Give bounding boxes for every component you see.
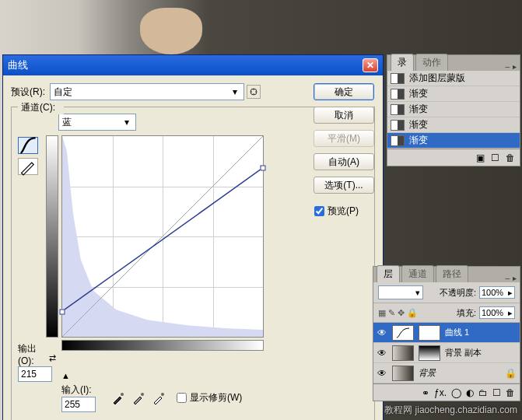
lock-pixels-icon[interactable]: ✎: [388, 308, 395, 318]
history-item[interactable]: 渐变: [387, 117, 520, 133]
layers-footer: ⚭ ƒx. ◯ ◐ 🗀 ☐ 🗑: [373, 383, 520, 401]
history-item-label: 渐变: [409, 118, 428, 131]
adjustment-layer-icon[interactable]: ◐: [466, 387, 474, 398]
tab-actions[interactable]: 动作: [415, 54, 448, 71]
lock-icon: 🔒: [505, 368, 517, 379]
opacity-field[interactable]: 100%▸: [479, 286, 515, 299]
svg-line-2: [62, 168, 263, 312]
history-panel: 录 动作 – ▸ 添加图层蒙版 渐变 渐变 渐变 渐变 ▣ ☐ 🗑: [387, 54, 520, 166]
layer-thumb: [392, 345, 414, 361]
visibility-eye-icon[interactable]: 👁: [377, 348, 387, 359]
preset-select[interactable]: 自定 ▾: [50, 83, 244, 100]
gray-point-dropper-icon[interactable]: [131, 391, 145, 405]
output-gradient: [46, 135, 58, 338]
input-gradient: [61, 340, 264, 351]
history-thumb-icon: [391, 73, 405, 84]
tab-paths[interactable]: 路径: [436, 265, 468, 282]
history-item-label: 渐变: [409, 134, 428, 147]
dialog-title-text: 曲线: [8, 58, 28, 72]
curves-dialog: 曲线 ✕ 确定 取消 平滑(M) 自动(A) 选项(T)... 预览(P) 预设…: [2, 54, 384, 420]
curve-point-highlight[interactable]: [261, 165, 266, 170]
tab-layers[interactable]: 层: [377, 265, 400, 282]
history-thumb-icon: [391, 104, 405, 115]
preset-label: 预设(R):: [11, 86, 45, 99]
tab-channels[interactable]: 通道: [401, 265, 434, 282]
show-clipping-checkbox[interactable]: [177, 393, 187, 403]
panel-minimize-icon[interactable]: –: [505, 274, 510, 282]
layer-row[interactable]: 👁 背景 🔒: [373, 363, 520, 383]
layer-row[interactable]: 👁 曲线 1: [373, 323, 520, 343]
chevron-down-icon: ▾: [121, 117, 132, 128]
panel-menu-icon[interactable]: ▸: [513, 62, 517, 71]
history-item[interactable]: 渐变: [387, 102, 520, 117]
lock-all-icon[interactable]: 🔒: [407, 308, 418, 318]
svg-point-3: [121, 393, 124, 396]
output-label: 输出(O):: [18, 342, 46, 366]
channel-select[interactable]: 蓝 ▾: [58, 114, 136, 131]
ok-button[interactable]: 确定: [314, 83, 374, 100]
visibility-eye-icon[interactable]: 👁: [377, 368, 387, 379]
history-footer: ▣ ☐ 🗑: [387, 149, 520, 166]
history-thumb-icon: [391, 89, 405, 100]
opacity-label: 不透明度:: [440, 287, 476, 299]
chevron-right-icon: ▸: [508, 308, 513, 318]
curve-line: [62, 136, 263, 337]
black-point-dropper-icon[interactable]: [111, 391, 125, 405]
layer-mask-icon[interactable]: ◯: [451, 387, 461, 398]
svg-point-4: [141, 393, 144, 396]
new-document-icon[interactable]: ☐: [491, 152, 499, 163]
layer-mask-thumb: [419, 325, 440, 341]
history-thumb-icon: [391, 120, 405, 131]
curves-chart[interactable]: [61, 135, 264, 338]
preset-menu-icon[interactable]: [247, 85, 261, 99]
panel-menu-icon[interactable]: ▸: [513, 274, 517, 282]
history-item[interactable]: 添加图层蒙版: [387, 71, 520, 86]
curve-point-shadow[interactable]: [60, 309, 65, 314]
trash-icon[interactable]: 🗑: [506, 387, 515, 398]
chevron-down-icon: ▾: [415, 288, 420, 298]
dialog-titlebar[interactable]: 曲线 ✕: [3, 55, 383, 75]
link-layers-icon[interactable]: ⚭: [422, 387, 429, 398]
channel-label: 通道(C):: [21, 102, 55, 113]
close-icon[interactable]: ✕: [363, 58, 378, 72]
curve-tool-icon[interactable]: [18, 137, 38, 154]
history-thumb-icon: [391, 135, 405, 146]
fill-label: 填充:: [457, 307, 476, 319]
layer-thumb-curves-icon: [392, 325, 414, 341]
input-pointer-icon: ▲: [61, 371, 70, 380]
svg-point-5: [161, 393, 164, 396]
layers-panel: 层 通道 路径 – ▸ ▾ 不透明度: 100%▸ ▦ ✎ ✥ 🔒 填充: 10…: [373, 266, 520, 401]
trash-icon[interactable]: 🗑: [506, 152, 515, 163]
input-label: 输入(I):: [61, 383, 96, 397]
lock-transparency-icon[interactable]: ▦: [378, 308, 386, 318]
blend-mode-select[interactable]: ▾: [378, 285, 423, 299]
show-clipping-label: 显示修剪(W): [190, 391, 242, 404]
lock-icons-group: ▦ ✎ ✥ 🔒: [378, 308, 418, 318]
lock-position-icon[interactable]: ✥: [398, 308, 405, 318]
folder-icon[interactable]: 🗀: [478, 387, 488, 398]
layer-name: 背景: [419, 367, 436, 379]
pencil-tool-icon[interactable]: [18, 158, 38, 175]
layer-row[interactable]: 👁 背景 副本: [373, 343, 520, 363]
watermark-text: 教程网 jiaocheng.chazidian.com: [384, 404, 517, 417]
swap-gradient-icon[interactable]: ⇄: [49, 353, 56, 363]
visibility-eye-icon[interactable]: 👁: [377, 327, 387, 338]
tab-history[interactable]: 录: [391, 54, 414, 71]
new-layer-icon[interactable]: ☐: [492, 387, 501, 398]
fill-field[interactable]: 100%▸: [479, 306, 515, 319]
history-item-label: 渐变: [409, 103, 428, 116]
channel-value: 蓝: [62, 116, 72, 129]
history-item[interactable]: 渐变: [387, 86, 520, 102]
layer-fx-icon[interactable]: ƒx.: [434, 387, 447, 398]
history-item[interactable]: 渐变: [387, 133, 520, 149]
new-snapshot-icon[interactable]: ▣: [476, 152, 485, 163]
layer-thumb: [392, 366, 414, 381]
white-point-dropper-icon[interactable]: [152, 391, 166, 405]
show-clipping-row[interactable]: 显示修剪(W): [177, 391, 242, 404]
channel-group: 通道(C): 蓝 ▾: [11, 107, 375, 420]
panel-minimize-icon[interactable]: –: [505, 62, 510, 71]
history-item-label: 添加图层蒙版: [409, 72, 465, 85]
input-field[interactable]: [61, 397, 96, 412]
layer-name: 曲线 1: [445, 327, 469, 338]
preset-value: 自定: [54, 86, 72, 99]
